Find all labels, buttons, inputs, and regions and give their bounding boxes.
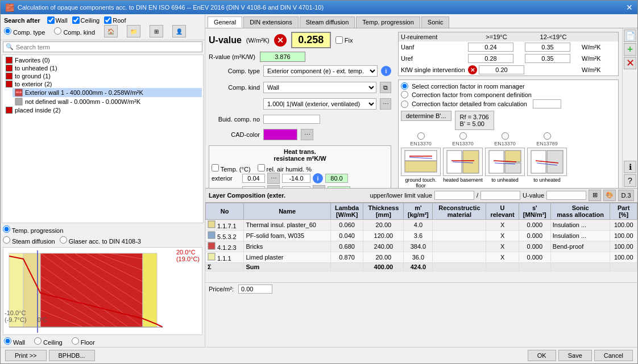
bphdb-btn[interactable]: BPHDB... xyxy=(49,350,95,361)
correction-input[interactable] xyxy=(533,99,561,108)
layer-row-4[interactable]: 1.1.1 Limed plaster 0.870 20.00 36.0 X 0… xyxy=(206,252,637,262)
svg-rect-40 xyxy=(208,221,215,228)
wall-checkbox[interactable]: Wall xyxy=(47,16,68,24)
print-btn[interactable]: Print >> xyxy=(5,350,47,361)
tree-item-favorites[interactable]: Favorites (0) xyxy=(3,56,202,64)
uanf-val2[interactable] xyxy=(525,43,570,52)
steam-diffusion-radio[interactable]: Steam diffusion xyxy=(3,236,55,245)
add-btn[interactable]: + xyxy=(624,43,636,56)
schema-img-4[interactable] xyxy=(527,148,567,176)
comp-type-select[interactable]: Exterior component (e) - ext. temp. xyxy=(263,65,378,77)
kfw-val[interactable] xyxy=(479,65,524,74)
exterior-val1[interactable] xyxy=(242,174,265,183)
price-input[interactable] xyxy=(238,284,272,294)
uref-val1[interactable] xyxy=(468,54,513,63)
tab-general[interactable]: General xyxy=(208,16,242,28)
layer-row-2[interactable]: 5.5.3.2 PF-solid foam, W035 0.040 120.00… xyxy=(206,230,637,241)
tab-sonic[interactable]: Sonic xyxy=(421,16,450,28)
ventilated-btn[interactable]: ⋯ xyxy=(380,98,391,110)
tree-item-placed-inside[interactable]: placed inside (2) xyxy=(3,106,202,114)
kfw-error-icon: ✕ xyxy=(468,65,477,74)
schema-heated-radio[interactable] xyxy=(459,132,467,140)
rvalue-label: R-value (m²K/W) xyxy=(209,53,255,60)
schema-img-2[interactable] xyxy=(443,148,483,176)
rvalue-input[interactable] xyxy=(260,52,305,62)
schema-en2: EN13370 xyxy=(452,141,474,147)
tab-din-extensions[interactable]: DIN extensions xyxy=(243,16,299,28)
comp-kind-radio[interactable]: Comp. kind xyxy=(54,27,95,36)
heat-trans-title: Heat trans. resistance m²K/W xyxy=(212,148,388,162)
exterior-val3[interactable] xyxy=(325,174,348,183)
schema-en4: EN13789 xyxy=(536,141,558,147)
schema-ground-radio[interactable] xyxy=(417,132,425,140)
fix-checkbox[interactable]: Fix xyxy=(335,36,353,44)
upper-limit-input[interactable] xyxy=(434,191,474,200)
roof-checkbox[interactable]: Roof xyxy=(104,16,126,24)
temp-progression-radio[interactable]: Temp. progression xyxy=(3,227,63,234)
detailed-correction-radio[interactable] xyxy=(401,101,408,108)
ceiling-checkbox[interactable]: Ceiling xyxy=(72,16,100,24)
floor-radio[interactable]: Floor xyxy=(72,337,95,346)
tree-item-exterior[interactable]: to exterior (2) xyxy=(3,80,202,88)
uref-unit: W/m²K xyxy=(582,55,616,62)
cad-color-btn[interactable]: ⋯ xyxy=(301,129,313,140)
d3-btn[interactable]: D.3 xyxy=(618,190,634,201)
component-correction-radio[interactable] xyxy=(401,91,408,98)
comp-type-radio[interactable]: Comp. type xyxy=(4,27,45,36)
glaser-radio[interactable]: Glaser acc. to DIN 4108-3 xyxy=(60,236,141,245)
copy-btn[interactable]: 📄 xyxy=(624,30,636,42)
select-correction-radio[interactable] xyxy=(401,82,408,90)
ok-btn[interactable]: OK xyxy=(528,350,556,361)
folder-btn[interactable]: 📁 xyxy=(127,25,140,37)
tree-item-not-defined-wall[interactable]: not defined wall - 0.000mm - 0.000W/m²K xyxy=(13,97,202,106)
u-req-col1: >=19°C xyxy=(468,34,525,40)
tree-item-exterior-wall-1[interactable]: Exterior wall 1 - 400.000mm - 0.258W/m²K xyxy=(13,88,202,97)
layer-row-3[interactable]: 4.1.2.3 Bricks 0.680 240.00 384.0 X 0.00… xyxy=(206,241,637,252)
save-btn[interactable]: Save xyxy=(558,350,592,361)
comp-kind-select[interactable]: Wall xyxy=(263,82,376,93)
temp-checkbox[interactable]: Temp. (°C) xyxy=(212,164,251,173)
search-wrapper[interactable]: 🔍 xyxy=(3,41,202,52)
home-btn[interactable]: 🏠 xyxy=(104,25,118,37)
exterior-val2[interactable] xyxy=(282,174,310,183)
cancel-btn[interactable]: Cancel xyxy=(594,350,633,361)
ventilated-select[interactable]: 1.000| 1|Wall (exterior, ventilated) xyxy=(263,98,376,110)
col-s: s'[MN/m³] xyxy=(519,203,550,219)
tree-item-ground[interactable]: to ground (1) xyxy=(3,72,202,80)
uanf-val1[interactable] xyxy=(468,43,513,52)
rel-air-checkbox[interactable]: rel. air humid. % xyxy=(258,164,312,173)
wall-radio[interactable]: Wall xyxy=(4,337,25,346)
price-label: Price/m²: xyxy=(209,286,234,292)
ceiling-radio[interactable]: Ceiling xyxy=(34,337,63,346)
tab-steam-diffusion[interactable]: Steam diffusion xyxy=(300,16,355,28)
uvalue-error-icon: ✕ xyxy=(274,34,287,47)
tree-item-unheated[interactable]: to unheated (1) xyxy=(3,64,202,72)
comp-kind-btn[interactable]: ⧉ xyxy=(380,82,391,93)
buid-input[interactable] xyxy=(263,115,320,124)
uref-val2[interactable] xyxy=(525,54,570,63)
uvalue-row: U-value (W/m²K) ✕ 0.258 Fix xyxy=(209,32,391,48)
delete-btn[interactable]: ✕ xyxy=(624,57,636,69)
exterior-dots-btn[interactable]: ⋯ xyxy=(267,173,280,184)
schema-img-1[interactable] xyxy=(401,148,441,176)
schema-img-3[interactable] xyxy=(485,148,525,176)
schema-unheated2-radio[interactable] xyxy=(544,132,551,140)
grid-btn[interactable]: ⊞ xyxy=(150,25,163,37)
comp-type-info-btn[interactable]: i xyxy=(381,66,391,76)
color-view-btn[interactable]: 🎨 xyxy=(603,190,616,201)
exterior-info-btn[interactable]: i xyxy=(313,173,323,183)
tab-temp-progression[interactable]: Temp. progression xyxy=(356,16,420,28)
determine-b-btn[interactable]: determine B'... xyxy=(401,111,451,121)
layer-u-value-input[interactable] xyxy=(546,191,586,200)
grid-view-btn[interactable]: ⊞ xyxy=(589,190,601,201)
lower-limit-input[interactable] xyxy=(480,191,520,200)
layer-row-1[interactable]: 1.1.7.1 Thermal insul. plaster_60 0.060 … xyxy=(206,219,637,230)
info-side-btn[interactable]: ℹ xyxy=(624,161,636,173)
person-btn[interactable]: 👤 xyxy=(172,25,186,37)
search-input[interactable] xyxy=(16,44,175,51)
help-btn[interactable]: ? xyxy=(624,174,636,187)
schema-unheated1-radio[interactable] xyxy=(502,132,509,140)
tree-color-icon xyxy=(6,107,13,114)
close-button[interactable]: ✕ xyxy=(626,3,633,12)
cad-color-swatch[interactable] xyxy=(263,129,297,140)
